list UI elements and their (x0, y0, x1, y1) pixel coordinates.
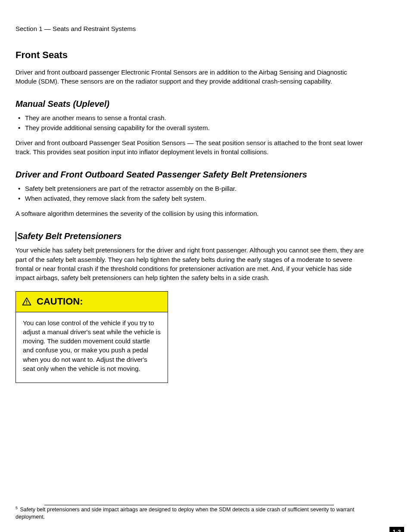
list-item: When activated, they remove slack from t… (16, 194, 368, 203)
heading-front-seats: Front Seats (16, 50, 368, 61)
body-paragraph: A software algorithm determines the seve… (16, 209, 368, 218)
bullet-list-2: Safety belt pretensioners are part of th… (16, 184, 368, 203)
warning-triangle-icon (22, 297, 31, 306)
breadcrumb: Section 1 — Seats and Restraint Systems (16, 25, 368, 32)
bullet-list-1: They are another means to sense a fronta… (16, 113, 368, 133)
caution-title: CAUTION: (37, 296, 83, 307)
subheading-safety-belt-pretensioners: Safety Belt Pretensioners (16, 231, 368, 242)
body-paragraph: Driver and front outboard Passenger Seat… (16, 138, 368, 157)
caution-header: CAUTION: (16, 292, 168, 312)
list-item: They are another means to sense a fronta… (16, 113, 368, 122)
page-number: 1-3 (389, 527, 404, 532)
caution-box: CAUTION: You can lose control of the veh… (16, 291, 168, 383)
footnote: 5 Safety belt pretensioners and side imp… (16, 505, 369, 521)
subheading-pretensioners-list: Driver and Front Outboard Seated Passeng… (16, 170, 368, 180)
footnote-text: Safety belt pretensioners and side impac… (16, 507, 354, 520)
svg-rect-1 (26, 303, 27, 304)
intro-paragraph: Driver and front outboard passenger Elec… (16, 68, 368, 86)
caution-body: You can lose control of the vehicle if y… (16, 312, 168, 383)
footnote-marker: 5 (16, 506, 18, 510)
list-item: Safety belt pretensioners are part of th… (16, 184, 368, 193)
subheading-manual-seats: Manual Seats (Uplevel) (16, 99, 368, 109)
page: Section 1 — Seats and Restraint Systems … (0, 0, 411, 532)
svg-rect-0 (26, 300, 27, 302)
body-paragraph: Your vehicle has safety belt pretensione… (16, 246, 368, 282)
text-cursor-icon (16, 232, 16, 241)
list-item: They provide additional sensing capabili… (16, 123, 368, 132)
